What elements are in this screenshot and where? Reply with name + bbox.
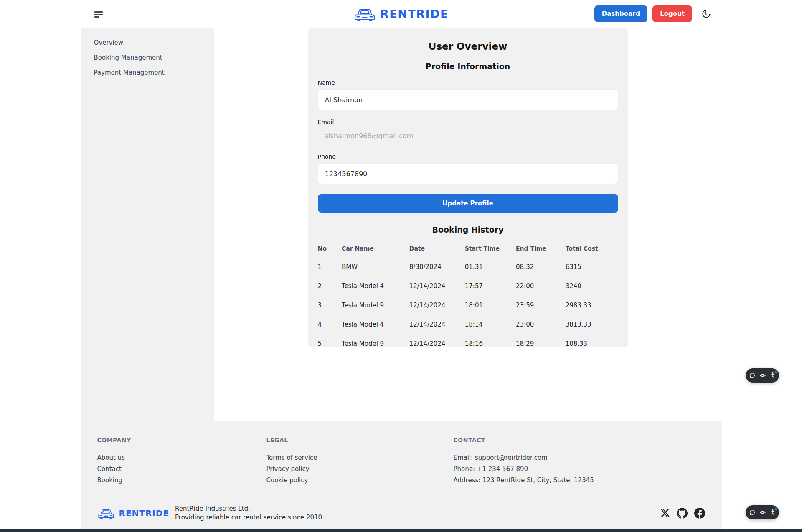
sidebar-item-payment-management[interactable]: Payment Management [81,65,214,80]
footer-company-links: About usContactBooking [97,452,266,486]
table-cell: 12/14/2024 [409,334,465,354]
column-header-total-cost: Total Cost [566,242,618,258]
footer-contact-line: Phone: +1 234 567 890 [454,463,705,474]
table-header-row: NoCar NameDateStart TimeEnd TimeTotal Co… [318,242,618,258]
update-profile-button[interactable]: Update Profile [318,194,618,213]
table-cell: 8/30/2024 [409,258,465,277]
sidebar-item-booking-management[interactable]: Booking Management [81,50,214,65]
booking-history-table: NoCar NameDateStart TimeEnd TimeTotal Co… [318,242,618,354]
page-title: User Overview [318,41,618,52]
user-overview-card: User Overview Profile Information Name E… [308,28,628,347]
table-cell: 3813.33 [566,315,618,334]
table-cell: 18:14 [465,315,516,334]
table-cell: 3240 [566,277,618,296]
menu-button[interactable] [92,8,105,21]
footer-brand-logo[interactable]: RENTRIDE [97,507,170,519]
eye-icon[interactable] [759,372,766,379]
footer-contact-line: Email: support@rentrider.com [454,452,705,463]
footer-contact-column: CONTACT Email: support@rentrider.comPhon… [454,437,705,486]
column-header-start-time: Start Time [465,242,516,258]
footer-contact-heading: CONTACT [454,437,705,443]
accessibility-widget-bottom[interactable] [746,505,779,519]
email-input [318,129,618,145]
footer-company-name: RentRide Industries Ltd. [175,504,322,513]
table-cell: 18:29 [516,334,566,354]
table-row: 2Tesla Model 412/14/202417:5722:003240 [318,277,618,296]
phone-label: Phone [318,153,618,160]
footer-link-about-us[interactable]: About us [97,452,266,463]
brand-wordmark: RENTRIDE [380,8,449,20]
accessibility-person-icon[interactable] [770,509,776,516]
social-links [660,508,705,519]
table-cell: 6315 [566,258,618,277]
table-row: 5Tesla Model 912/14/202418:1618:29108.33 [318,334,618,354]
table-cell: 12/14/2024 [409,296,465,315]
footer-link-terms-of-service[interactable]: Terms of service [266,452,454,463]
table-cell: Tesla Model 9 [342,334,409,354]
dashboard-button[interactable]: Dashboard [594,5,647,22]
footer-legal-heading: LEGAL [266,437,454,443]
table-cell: BMW [342,258,409,277]
name-input[interactable] [318,89,618,110]
eye-icon[interactable] [759,509,766,516]
chat-icon[interactable] [749,372,756,379]
table-cell: 12/14/2024 [409,315,465,334]
theme-toggle-button[interactable] [700,8,712,20]
booking-history-title: Booking History [318,225,618,234]
table-row: 3Tesla Model 912/14/202418:0123:592983.3… [318,296,618,315]
table-cell: 01:31 [465,258,516,277]
table-cell: 08:32 [516,258,566,277]
github-icon [677,508,688,519]
x-icon [660,508,670,518]
footer-bottom-bar: RENTRIDE RentRide Industries Ltd. Provid… [81,500,722,526]
accessibility-person-icon[interactable] [770,372,776,379]
footer-contact-lines: Email: support@rentrider.comPhone: +1 23… [454,452,705,486]
main-content: User Overview Profile Information Name E… [214,28,722,421]
facebook-icon [694,508,705,519]
github-social-button[interactable] [677,508,688,519]
name-field: Name [318,79,618,110]
footer-link-privacy-policy[interactable]: Privacy policy [266,463,454,474]
sidebar: OverviewBooking ManagementPayment Manage… [81,28,214,421]
table-cell: 17:57 [465,277,516,296]
phone-input[interactable] [318,163,618,184]
table-cell: 1 [318,258,342,277]
table-cell: Tesla Model 4 [342,277,409,296]
x-social-button[interactable] [660,508,670,518]
accessibility-widget-top[interactable] [746,368,779,383]
footer-tagline: Providing reliable car rental service si… [175,513,322,522]
table-cell: 3 [318,296,342,315]
chat-icon[interactable] [749,509,756,516]
footer-legal-links: Terms of servicePrivacy policyCookie pol… [266,452,454,486]
footer-company-column: COMPANY About usContactBooking [97,437,266,486]
footer-link-contact[interactable]: Contact [97,463,266,474]
table-row: 4Tesla Model 412/14/202418:1423:003813.3… [318,315,618,334]
footer-company-heading: COMPANY [97,437,266,443]
table-cell: 5 [318,334,342,354]
table-cell: 23:59 [516,296,566,315]
hamburger-icon [94,11,103,13]
footer-contact-line: Address: 123 RentRide St, City, State, 1… [454,474,705,486]
logout-button[interactable]: Logout [652,5,692,22]
table-cell: 18:01 [465,296,516,315]
name-label: Name [318,79,618,86]
sidebar-item-overview[interactable]: Overview [81,35,214,50]
table-cell: 12/14/2024 [409,277,465,296]
column-header-end-time: End Time [516,242,566,258]
profile-section-title: Profile Information [318,62,618,71]
column-header-no: No [318,242,342,258]
table-cell: 18:16 [465,334,516,354]
table-cell: 4 [318,315,342,334]
column-header-date: Date [409,242,465,258]
email-label: Email [318,119,618,125]
footer-link-cookie-policy[interactable]: Cookie policy [266,474,454,486]
table-cell: Tesla Model 9 [342,296,409,315]
footer-legal-column: LEGAL Terms of servicePrivacy policyCook… [266,437,454,486]
moon-icon [701,9,711,19]
table-row: 1BMW8/30/202401:3108:326315 [318,258,618,277]
bottom-dark-bar [0,529,802,532]
brand-logo[interactable]: RENTRIDE [353,6,449,21]
footer-link-booking[interactable]: Booking [97,474,266,486]
facebook-social-button[interactable] [694,508,705,519]
table-cell: Tesla Model 4 [342,315,409,334]
